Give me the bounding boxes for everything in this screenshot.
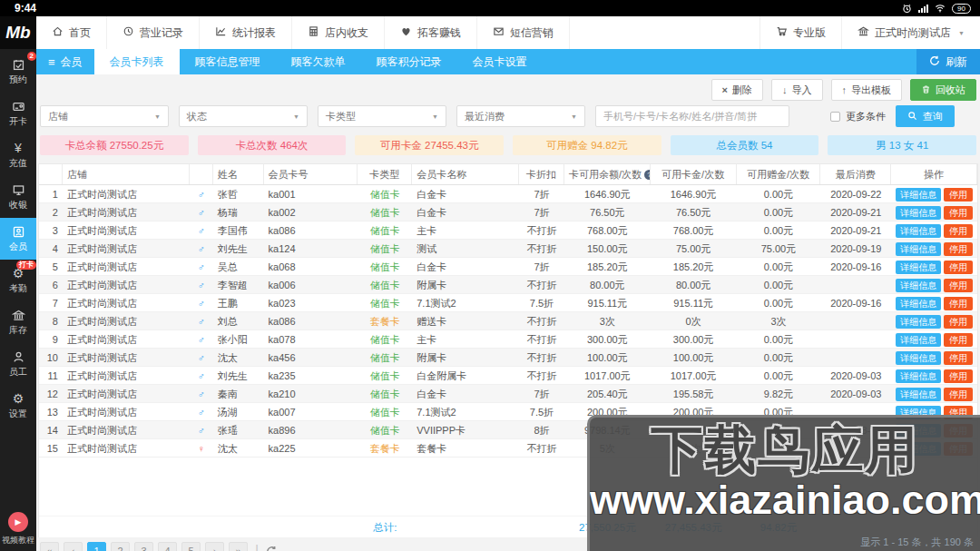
signal-icon xyxy=(918,4,928,13)
nav-item-pro-edition[interactable]: 专业版 xyxy=(760,16,841,49)
disable-button[interactable]: 停用 xyxy=(944,261,973,274)
table-row[interactable]: 5 正式时尚测试店 ♂ 吴总 ka068 储值卡 白金卡 7折 185.20元 … xyxy=(39,258,977,276)
table-row[interactable]: 9 正式时尚测试店 ♂ 张小阳 ka078 储值卡 主卡 不打折 300.00元… xyxy=(39,330,977,349)
page-button[interactable]: 1 xyxy=(87,542,106,551)
disable-button[interactable]: 停用 xyxy=(944,333,973,347)
table-row[interactable]: 2 正式时尚测试店 ♂ 杨瑞 ka002 储值卡 白金卡 7折 76.50元 7… xyxy=(39,203,977,221)
disable-button[interactable]: 停用 xyxy=(944,351,973,365)
detail-info-button[interactable]: 详细信息 xyxy=(896,333,941,347)
discount-cell: 不打折 xyxy=(519,221,564,240)
table-row[interactable]: 7 正式时尚测试店 ♂ 王鹏 ka023 储值卡 7.1测试2 7.5折 915… xyxy=(39,294,977,312)
nav-item-business-records[interactable]: 营业记录 xyxy=(107,16,200,49)
prev-page-button[interactable]: ‹ xyxy=(64,542,83,551)
monitor-icon xyxy=(12,182,25,197)
detail-info-button[interactable]: 详细信息 xyxy=(896,279,941,292)
sidebar-item-member[interactable]: 会员 xyxy=(0,218,36,260)
table-row[interactable]: 11 正式时尚测试店 ♂ 刘先生 ka235 储值卡 白金附属卡 不打折 101… xyxy=(39,367,977,385)
delete-button[interactable]: × 删除 xyxy=(711,79,763,101)
disable-button[interactable]: 停用 xyxy=(944,388,973,401)
table-row[interactable]: 12 正式时尚测试店 ♂ 秦南 ka210 储值卡 白金卡 7折 205.40元… xyxy=(39,385,977,403)
nav-item-current-store[interactable]: 正式时尚测试店▼ xyxy=(841,16,980,49)
detail-info-button[interactable]: 详细信息 xyxy=(896,261,941,274)
detail-info-button[interactable]: 详细信息 xyxy=(896,388,941,401)
total-label: 总计: xyxy=(358,518,412,536)
stat-badge: 卡总次数 464次 xyxy=(198,135,347,155)
disable-button[interactable]: 停用 xyxy=(944,279,973,292)
nav-item-statistics-reports[interactable]: 统计报表 xyxy=(200,16,292,49)
search-input[interactable] xyxy=(595,105,789,127)
sidebar-item-attendance[interactable]: 打卡 ⚙ 考勤 xyxy=(0,260,36,301)
next-page-button[interactable]: › xyxy=(205,542,224,551)
detail-info-button[interactable]: 详细信息 xyxy=(896,188,941,202)
export-template-button[interactable]: ↑ 导出模板 xyxy=(831,79,903,101)
detail-info-button[interactable]: 详细信息 xyxy=(896,224,941,238)
discount-cell: 不打折 xyxy=(519,276,564,294)
sidebar-item-staff[interactable]: 员工 xyxy=(0,343,36,385)
detail-info-button[interactable]: 详细信息 xyxy=(896,315,941,329)
recycle-bin-button[interactable]: 回收站 xyxy=(910,79,976,101)
page-button[interactable]: 3 xyxy=(134,542,153,551)
chart-icon xyxy=(215,25,227,40)
disable-button[interactable]: 停用 xyxy=(944,224,973,238)
tab-item[interactable]: 顾客欠款单 xyxy=(276,49,361,74)
disable-button[interactable]: 停用 xyxy=(944,242,973,256)
disable-button[interactable]: 停用 xyxy=(944,206,973,220)
caret-down-icon: ▼ xyxy=(571,113,577,120)
page-button[interactable]: 2 xyxy=(111,542,130,551)
store-filter[interactable]: 店铺 ▼ xyxy=(40,105,169,127)
pager-refresh-button[interactable] xyxy=(266,546,278,551)
detail-info-button[interactable]: 详细信息 xyxy=(896,242,941,256)
tab-item[interactable]: 顾客信息管理 xyxy=(180,49,276,74)
disable-button[interactable]: 停用 xyxy=(944,297,973,310)
nav-item-customer-acquisition[interactable]: 拓客赚钱 xyxy=(385,16,477,49)
card-money-cell: 0次 xyxy=(651,312,737,330)
sidebar-item-recharge[interactable]: ¥ 充值 xyxy=(0,134,36,176)
sidebar-item-label: 库存 xyxy=(9,324,27,337)
disable-button[interactable]: 停用 xyxy=(944,369,973,383)
detail-info-button[interactable]: 详细信息 xyxy=(896,351,941,365)
page-button[interactable]: 5 xyxy=(181,542,201,551)
sidebar-item-cashier[interactable]: 收银 xyxy=(0,176,36,218)
refresh-button[interactable]: 刷新 xyxy=(916,49,980,74)
status-filter[interactable]: 状态 ▼ xyxy=(179,105,308,127)
tab-item[interactable]: 顾客积分记录 xyxy=(361,49,457,74)
page-button[interactable]: 4 xyxy=(158,542,177,551)
record-range-info: 显示 1 - 15 条，共 190 条 xyxy=(860,536,974,549)
table-row[interactable]: 8 正式时尚测试店 ♂ 刘总 ka086 套餐卡 赠送卡 不打折 3次 0次 3… xyxy=(39,312,977,330)
table-row[interactable]: 6 正式时尚测试店 ♂ 李智超 ka006 储值卡 附属卡 不打折 80.00元… xyxy=(39,276,977,294)
sidebar-item-video-tutorial[interactable]: ▶ 视频教程 xyxy=(0,512,36,551)
disable-button[interactable]: 停用 xyxy=(944,315,973,329)
nav-item-store-finance[interactable]: 店内收支 xyxy=(292,16,385,49)
card-type-filter[interactable]: 卡类型 ▼ xyxy=(318,105,446,127)
table-row[interactable]: 3 正式时尚测试店 ♂ 李国伟 ka086 储值卡 主卡 不打折 768.00元… xyxy=(39,221,977,240)
table-row[interactable]: 4 正式时尚测试店 ♂ 刘先生 ka124 储值卡 测试 不打折 150.00元… xyxy=(39,240,977,258)
table-row[interactable]: 10 正式时尚测试店 ♂ 沈太 ka456 储值卡 附属卡 不打折 100.00… xyxy=(39,349,977,367)
query-button[interactable]: 查询 xyxy=(896,105,955,127)
nav-item-home[interactable]: 首页 xyxy=(36,16,107,49)
nav-item-sms-marketing[interactable]: 短信营销 xyxy=(477,16,570,49)
import-button[interactable]: ↓ 导入 xyxy=(771,79,823,101)
sidebar-item-open-card[interactable]: 开卡 xyxy=(0,93,36,134)
detail-info-button[interactable]: 详细信息 xyxy=(896,206,941,220)
sidebar-item-settings[interactable]: ⚙ 设置 xyxy=(0,385,36,427)
member-menu-button[interactable]: ≡ 会员 xyxy=(36,49,94,74)
name-cell: 张哲 xyxy=(213,185,264,203)
tab-item[interactable]: 会员卡设置 xyxy=(457,49,543,74)
recent-consume-filter[interactable]: 最近消费 ▼ xyxy=(456,105,585,127)
tab-item[interactable]: 会员卡列表 xyxy=(94,49,180,74)
store-cell: 正式时尚测试店 xyxy=(63,367,190,385)
disable-button[interactable]: 停用 xyxy=(944,188,973,202)
more-conditions-checkbox[interactable]: 更多条件 xyxy=(830,110,886,123)
sidebar-item-label: 会员 xyxy=(9,241,27,253)
first-page-button[interactable]: « xyxy=(40,542,59,551)
play-icon[interactable]: ▶ xyxy=(8,512,28,532)
sidebar-item-appointment[interactable]: 2 预约 xyxy=(0,51,36,93)
last-page-button[interactable]: » xyxy=(229,542,248,551)
card-name-cell: 赠送卡 xyxy=(412,312,519,330)
detail-info-button[interactable]: 详细信息 xyxy=(896,297,941,310)
actions-cell: 详细信息停用 xyxy=(891,385,977,403)
detail-info-button[interactable]: 详细信息 xyxy=(896,369,941,383)
sidebar-item-inventory[interactable]: 库存 xyxy=(0,301,36,343)
table-row[interactable]: 1 正式时尚测试店 ♂ 张哲 ka001 储值卡 白金卡 7折 1646.90元… xyxy=(39,185,977,203)
balance-cell: 100.00元 xyxy=(564,349,651,367)
